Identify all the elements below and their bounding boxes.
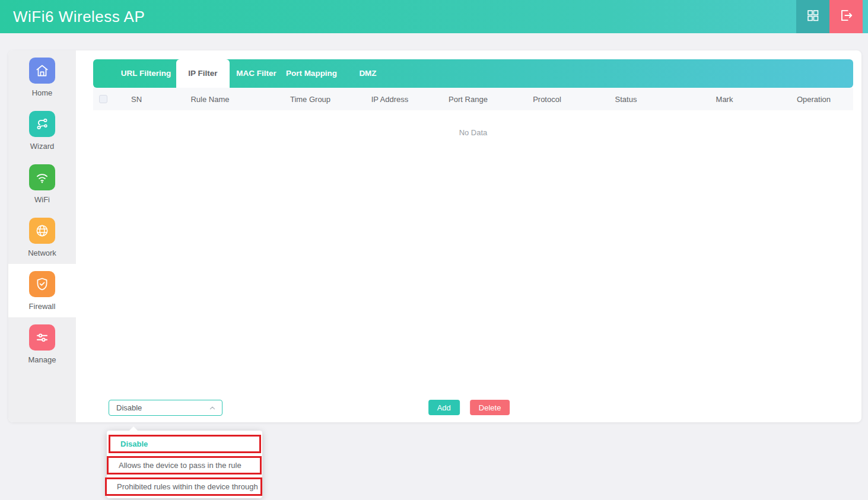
apps-grid-icon <box>806 8 820 25</box>
tab-mac-filter[interactable]: MAC Filter <box>230 59 283 88</box>
apps-grid-button[interactable] <box>796 0 829 33</box>
tab-ip-filter[interactable]: IP Filter <box>176 59 230 88</box>
empty-table-message: No Data <box>93 128 853 137</box>
filter-tabbar: URL Filtering IP Filter MAC Filter Port … <box>93 59 853 88</box>
logout-icon <box>838 8 854 26</box>
wifi-icon <box>29 164 55 190</box>
sidebar-item-firewall[interactable]: Firewall <box>8 264 76 317</box>
column-header-time-group: Time Group <box>260 95 360 104</box>
action-buttons: Add Delete <box>428 400 510 415</box>
main-panel: Home Wizard WiFi <box>8 50 861 422</box>
column-header-rule-name: Rule Name <box>160 95 260 104</box>
sidebar-item-manage[interactable]: Manage <box>8 317 76 371</box>
column-header-sn: SN <box>113 95 160 104</box>
column-header-port-range: Port Range <box>419 95 517 104</box>
sidebar-item-label: Network <box>28 249 56 257</box>
column-header-status: Status <box>577 95 675 104</box>
delete-button[interactable]: Delete <box>470 400 510 415</box>
column-header-mark: Mark <box>675 95 774 104</box>
annotation-box-prohibit: Prohibited rules within the device throu… <box>105 477 262 496</box>
network-icon <box>29 218 55 244</box>
bottom-controls: Disable Add Delete <box>85 400 853 416</box>
app-header: WiFi6 Wireless AP <box>0 0 868 33</box>
app-title: WiFi6 Wireless AP <box>13 0 145 33</box>
sidebar-item-label: Home <box>32 88 53 97</box>
tab-port-mapping[interactable]: Port Mapping <box>283 59 340 88</box>
chevron-up-icon <box>209 405 216 412</box>
sidebar-nav: Home Wizard WiFi <box>8 50 76 422</box>
sidebar-item-network[interactable]: Network <box>8 211 76 264</box>
column-header-ip-address: IP Address <box>360 95 419 104</box>
dropdown-option-disable[interactable]: Disable <box>110 437 259 451</box>
logout-button[interactable] <box>829 0 863 33</box>
dropdown-option-allow[interactable]: Allows the device to pass in the rule <box>109 458 260 473</box>
add-button[interactable]: Add <box>428 400 460 415</box>
home-icon <box>29 58 55 84</box>
rule-mode-select[interactable]: Disable <box>109 400 222 416</box>
manage-icon <box>29 324 55 351</box>
dropdown-option-prohibit[interactable]: Prohibited rules within the device throu… <box>107 479 260 494</box>
firewall-icon <box>29 271 55 297</box>
sidebar-item-wizard[interactable]: Wizard <box>8 104 76 157</box>
sidebar-item-label: Firewall <box>29 302 56 311</box>
sidebar-item-wifi[interactable]: WiFi <box>8 157 76 211</box>
column-header-operation: Operation <box>774 95 853 104</box>
rule-mode-select-value: Disable <box>116 403 142 412</box>
rule-mode-dropdown: Disable Allows the device to pass in the… <box>107 431 262 498</box>
select-all-checkbox[interactable] <box>99 95 107 103</box>
annotation-box-disable: Disable <box>109 435 261 453</box>
sidebar-item-label: WiFi <box>34 195 50 204</box>
sidebar-item-label: Wizard <box>30 142 54 151</box>
sidebar-item-home[interactable]: Home <box>8 50 76 104</box>
tab-url-filtering[interactable]: URL Filtering <box>116 59 176 88</box>
wizard-icon <box>29 111 55 137</box>
sidebar-item-label: Manage <box>28 355 56 364</box>
annotation-box-allow: Allows the device to pass in the rule <box>107 456 262 474</box>
column-header-protocol: Protocol <box>517 95 577 104</box>
tab-dmz[interactable]: DMZ <box>340 59 396 88</box>
table-header-row: SN Rule Name Time Group IP Address Port … <box>93 88 853 110</box>
content-area: URL Filtering IP Filter MAC Filter Port … <box>76 50 861 422</box>
